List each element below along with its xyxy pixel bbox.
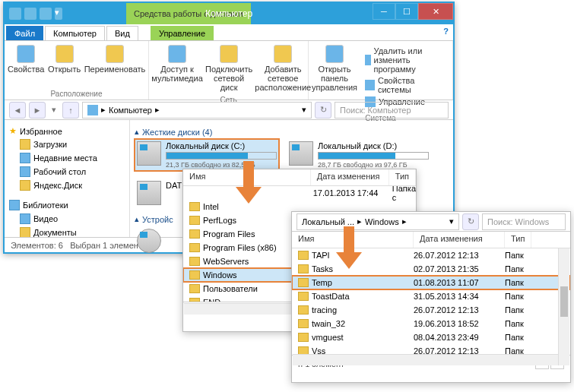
drive-label: Локальный диск (D:) bbox=[318, 141, 429, 150]
folder-item[interactable]: Tasks02.07.2013 21:35Папк bbox=[292, 262, 570, 276]
folder-icon bbox=[189, 298, 200, 302]
ribbon-tabstrip: Файл Компьютер Вид Управление ? bbox=[5, 24, 453, 41]
ribbon-ctrlpanel-button[interactable]: Открыть панель управления bbox=[312, 43, 357, 110]
tab-file[interactable]: Файл bbox=[6, 26, 43, 40]
titlebar[interactable]: ▾ Средства работы с дисками Компьютер ─ … bbox=[5, 3, 453, 24]
col-type[interactable]: Тип bbox=[505, 232, 531, 248]
nav-up-button[interactable]: ↑ bbox=[62, 102, 79, 119]
nav-item-desktop[interactable]: Рабочий стол bbox=[8, 165, 126, 179]
status-selection: Выбран 1 элемент bbox=[70, 241, 142, 250]
section-hdd[interactable]: ▴ Жесткие диски (4) bbox=[135, 125, 449, 139]
computer-icon bbox=[87, 105, 98, 115]
folder-item-temp[interactable]: Temp01.08.2013 11:07Папк bbox=[292, 276, 570, 289]
drive-free-text: 28,7 ГБ свободно из 97,6 ГБ bbox=[318, 161, 429, 169]
folder-icon bbox=[298, 333, 309, 342]
drive-space-bar bbox=[318, 152, 429, 160]
column-headers[interactable]: Имя Дата изменения Тип bbox=[292, 232, 570, 248]
nav-forward-button[interactable]: ► bbox=[29, 102, 46, 119]
folder-icon bbox=[298, 251, 309, 260]
drive-d[interactable]: Локальный диск (D:) 28,7 ГБ свободно из … bbox=[287, 139, 431, 171]
col-date[interactable]: Дата изменения bbox=[311, 169, 389, 185]
nav-pane[interactable]: ★Избранное Загрузки Недавние места Рабоч… bbox=[5, 120, 130, 237]
breadcrumb[interactable]: ▸ Компьютер ▸ ▾ bbox=[82, 102, 312, 119]
column-headers[interactable]: Имя Дата изменения Тип bbox=[183, 169, 416, 186]
folder-item[interactable]: tracing26.07.2012 12:13Папк bbox=[292, 303, 570, 317]
ribbon-rename-button[interactable]: Переименовать bbox=[84, 43, 145, 86]
ribbon-group-label: Расположение bbox=[5, 88, 148, 100]
ribbon: Свойства Открыть Переименовать Расположе… bbox=[5, 41, 453, 100]
folder-icon bbox=[189, 202, 200, 211]
tab-view[interactable]: Вид bbox=[106, 26, 138, 40]
dvd-icon bbox=[137, 229, 161, 253]
search-input[interactable]: Поиск: Компьютер bbox=[335, 102, 449, 119]
refresh-button[interactable]: ↻ bbox=[462, 213, 479, 230]
breadcrumb-item[interactable]: Локальный ... bbox=[302, 217, 354, 226]
ribbon-netdrive-button[interactable]: Подключить сетевой диск bbox=[205, 43, 252, 92]
col-type[interactable]: Тип bbox=[389, 169, 416, 185]
qat-icon[interactable] bbox=[40, 8, 52, 20]
search-input[interactable]: Поиск: Windows bbox=[482, 213, 566, 230]
nav-item-downloads[interactable]: Загрузки bbox=[8, 138, 126, 151]
qat-dropdown-icon[interactable]: ▾ bbox=[55, 8, 62, 20]
refresh-button[interactable]: ↻ bbox=[315, 102, 331, 119]
tab-manage[interactable]: Управление bbox=[151, 26, 214, 40]
folder-icon bbox=[189, 257, 200, 266]
minimize-button[interactable]: ─ bbox=[373, 3, 395, 20]
tab-computer[interactable]: Компьютер bbox=[45, 26, 105, 40]
scrollbar-vertical[interactable] bbox=[558, 248, 569, 365]
ribbon-properties-button[interactable]: Свойства bbox=[8, 43, 44, 86]
breadcrumb-item[interactable]: Компьютер bbox=[109, 106, 152, 115]
folder-icon bbox=[189, 243, 200, 252]
qat-icon[interactable] bbox=[24, 8, 36, 20]
nav-history-button[interactable]: ▾ bbox=[49, 102, 59, 119]
nav-item-video[interactable]: Видео bbox=[8, 212, 126, 226]
maximize-button[interactable]: ☐ bbox=[395, 3, 418, 20]
folder-icon bbox=[298, 264, 309, 273]
file-list[interactable]: TAPI26.07.2012 12:13ПапкTasks02.07.2013 … bbox=[292, 248, 570, 355]
drive-icon bbox=[137, 141, 161, 166]
address-bar: Локальный ...▸ Windows▸ ▾ ↻ Поиск: Windo… bbox=[292, 212, 570, 232]
drive-icon bbox=[289, 141, 313, 166]
folder-icon bbox=[298, 278, 309, 287]
ribbon-netloc-button[interactable]: Добавить сетевое расположение bbox=[255, 43, 310, 92]
address-bar: ◄ ► ▾ ↑ ▸ Компьютер ▸ ▾ ↻ Поиск: Компьют… bbox=[5, 100, 453, 120]
ribbon-media-button[interactable]: Доступ к мультимедиа bbox=[152, 43, 202, 92]
nav-libraries-header[interactable]: Библиотеки bbox=[8, 198, 126, 212]
window-title: Компьютер bbox=[205, 8, 252, 19]
drive-dvd[interactable] bbox=[135, 226, 180, 255]
folder-item[interactable]: twain_3219.06.2013 18:52Папк bbox=[292, 317, 570, 330]
folder-icon bbox=[298, 319, 309, 328]
folder-item[interactable]: vmguest08.04.2013 23:49Папк bbox=[292, 330, 570, 344]
nav-back-button[interactable]: ◄ bbox=[9, 102, 26, 119]
help-icon[interactable]: ? bbox=[443, 27, 449, 36]
folder-icon bbox=[189, 270, 200, 280]
folder-icon bbox=[298, 292, 309, 301]
folder-icon bbox=[189, 216, 200, 225]
nav-item-yadisk[interactable]: Яндекс.Диск bbox=[8, 179, 126, 192]
nav-favorites-header[interactable]: ★Избранное bbox=[8, 125, 126, 138]
breadcrumb-item[interactable]: Windows bbox=[365, 217, 399, 226]
close-button[interactable]: ✕ bbox=[418, 3, 453, 20]
nav-item-recent[interactable]: Недавние места bbox=[8, 151, 126, 165]
ribbon-open-button[interactable]: Открыть bbox=[47, 43, 81, 86]
ribbon-sysprops-link[interactable]: Свойства системы bbox=[365, 76, 445, 94]
explorer-panel-windows: Локальный ...▸ Windows▸ ▾ ↻ Поиск: Windo… bbox=[291, 211, 571, 383]
breadcrumb[interactable]: Локальный ...▸ Windows▸ ▾ bbox=[297, 213, 459, 230]
folder-icon bbox=[189, 229, 200, 239]
col-date[interactable]: Дата изменения bbox=[414, 232, 505, 248]
folder-item[interactable]: Vss26.07.2012 12:13Папк bbox=[292, 344, 570, 355]
folder-item[interactable]: ToastData31.05.2013 14:34Папк bbox=[292, 289, 570, 303]
folder-icon bbox=[189, 284, 200, 293]
folder-item[interactable]: TAPI26.07.2012 12:13Папк bbox=[292, 248, 570, 262]
ribbon-uninstall-link[interactable]: Удалить или изменить программу bbox=[365, 46, 445, 74]
nav-item-docs[interactable]: Документы bbox=[8, 226, 126, 237]
drive-label: Локальный диск (C:) bbox=[166, 141, 277, 150]
drive-icon bbox=[137, 181, 161, 205]
drive-space-bar bbox=[166, 152, 277, 160]
list-hint-row: 17.01.2013 17:44Папка с bbox=[183, 186, 416, 200]
status-count: Элементов: 6 bbox=[11, 241, 63, 250]
qat-icon[interactable] bbox=[9, 8, 21, 20]
scrollbar-horizontal[interactable] bbox=[293, 354, 558, 365]
folder-icon bbox=[298, 305, 309, 315]
